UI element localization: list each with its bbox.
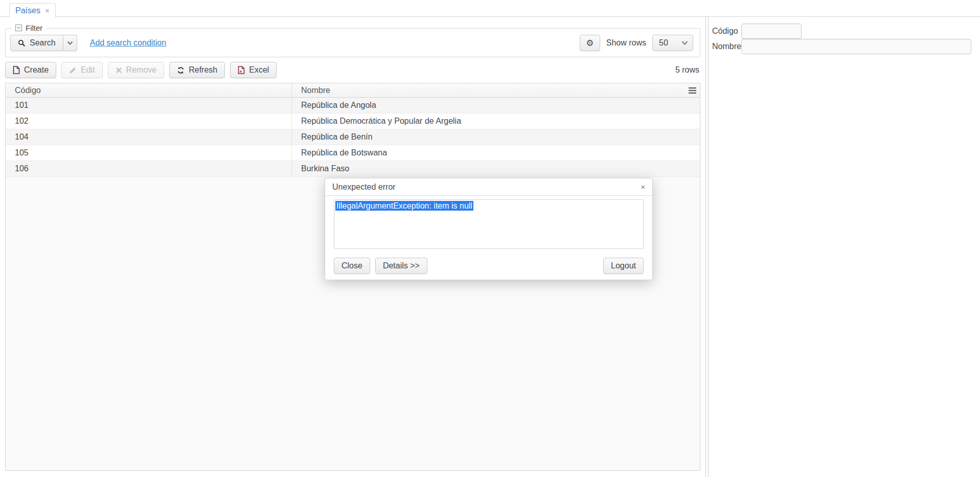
error-message: IllegalArgumentException: item is null [335,201,473,211]
dialog-close-button[interactable]: Close [334,258,370,274]
show-rows-label: Show rows [606,38,646,48]
table-row[interactable]: 101 República de Angola [6,98,700,113]
nombre-field[interactable] [741,39,971,54]
excel-button[interactable]: x Excel [230,62,277,78]
cell-nombre: Burkina Faso [292,161,700,176]
field-row-nombre: Nombre [712,39,971,54]
table-row[interactable]: 104 República de Benín [6,129,700,145]
cell-codigo: 102 [6,113,292,129]
tab-close-icon[interactable]: × [45,7,50,14]
dialog-footer: Close Details >> Logout [325,249,652,274]
column-selector-button[interactable] [689,83,696,97]
filter-legend-label: Filter [26,24,42,32]
tab-paises[interactable]: Países × [9,3,56,17]
edit-button[interactable]: Edit [61,62,103,78]
chevron-down-icon [681,40,688,46]
search-icon [18,39,26,47]
filter-settings-button[interactable]: ⚙ [580,35,600,51]
svg-text:x: x [240,69,242,74]
cell-codigo: 101 [6,98,292,113]
codigo-label: Código [712,27,741,36]
show-rows-value: 50 [659,38,668,48]
search-split-button: Search [10,35,77,51]
filter-legend: Filter [12,24,46,32]
search-button-label: Search [30,38,56,48]
dialog-body: IllegalArgumentException: item is null [325,196,652,249]
cross-icon [116,67,122,74]
filter-panel: Filter Search [5,28,700,57]
chevron-down-icon [67,41,73,46]
refresh-icon [177,66,185,74]
filter-right-controls: ⚙ Show rows 50 [580,35,693,51]
table-row[interactable]: 106 Burkina Faso [6,161,700,177]
error-dialog: Unexpected error × IllegalArgumentExcept… [325,178,653,280]
dialog-close-icon[interactable]: × [641,183,645,191]
create-button[interactable]: Create [5,62,56,78]
error-message-textarea[interactable]: IllegalArgumentException: item is null [334,199,644,249]
collapse-icon[interactable] [15,25,22,31]
table-header: Código Nombre [6,83,700,98]
column-header-nombre[interactable]: Nombre [292,83,700,97]
nombre-label: Nombre [712,42,741,51]
search-options-toggle[interactable] [63,35,77,51]
remove-button[interactable]: Remove [108,62,165,78]
cell-nombre: República de Botswana [292,145,700,161]
excel-file-icon: x [238,66,245,74]
cell-nombre: República de Angola [292,98,700,113]
cell-codigo: 106 [6,161,292,176]
file-icon [13,66,20,74]
add-search-condition-link[interactable]: Add search condition [90,38,166,48]
table-toolbar: Create Edit Remove [5,62,700,78]
show-rows-select[interactable]: 50 [652,35,693,51]
menu-icon [689,87,696,94]
search-button[interactable]: Search [10,35,63,51]
filter-controls: Search Add search condition ⚙ Show rows … [10,35,693,51]
cell-codigo: 104 [6,129,292,145]
codigo-field[interactable] [741,24,802,39]
dialog-details-button[interactable]: Details >> [375,258,427,274]
dialog-title-bar: Unexpected error × [325,178,652,196]
cell-nombre: República Democrática y Popular de Argel… [292,113,700,129]
refresh-button[interactable]: Refresh [169,62,225,78]
create-button-label: Create [24,65,49,75]
refresh-button-label: Refresh [189,65,217,75]
dialog-logout-button[interactable]: Logout [603,258,644,274]
table-row[interactable]: 105 República de Botswana [6,145,700,161]
pencil-icon [69,66,77,74]
cell-nombre: República de Benín [292,129,700,145]
excel-button-label: Excel [249,65,269,75]
edit-button-label: Edit [81,65,95,75]
gear-icon: ⚙ [586,38,594,49]
remove-button-label: Remove [126,65,157,75]
table-row[interactable]: 102 República Democrática y Popular de A… [6,113,700,129]
tab-bar: Países × [0,0,980,17]
editor-panel: Código Nombre [709,17,980,477]
dialog-title: Unexpected error [332,183,396,192]
field-row-codigo: Código [712,24,971,39]
cell-codigo: 105 [6,145,292,161]
tab-label: Países [15,6,40,15]
row-count-label: 5 rows [675,65,700,75]
column-header-codigo[interactable]: Código [6,83,292,97]
